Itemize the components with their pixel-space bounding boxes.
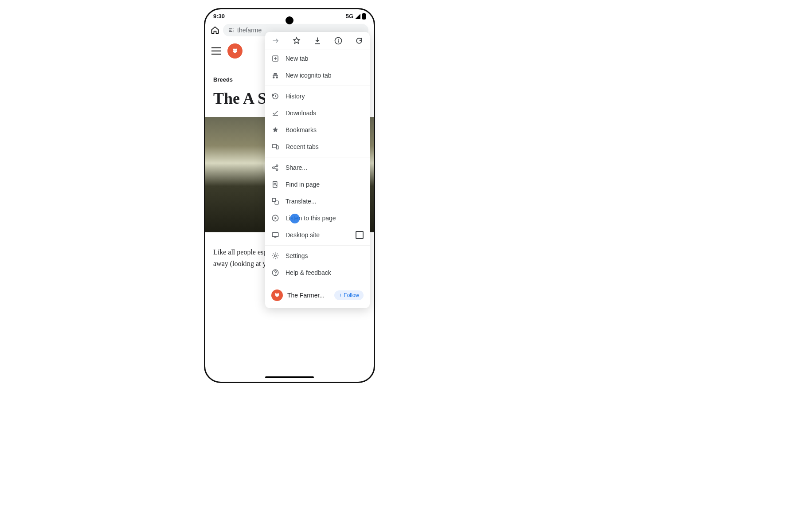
status-time: 9:30 — [213, 13, 225, 20]
menu-recent-tabs[interactable]: Recent tabs — [265, 138, 370, 155]
play-circle-icon — [271, 214, 279, 222]
gesture-bar[interactable] — [265, 376, 314, 378]
menu-share[interactable]: Share... — [265, 159, 370, 176]
menu-listen-to-page[interactable]: Listen to this page — [265, 210, 370, 227]
translate-icon — [271, 197, 279, 205]
download-icon[interactable] — [313, 36, 322, 45]
menu-downloads[interactable]: Downloads — [265, 105, 370, 121]
menu-label: Settings — [286, 252, 308, 259]
menu-desktop-site[interactable]: Desktop site — [265, 227, 370, 243]
svg-point-17 — [275, 274, 276, 275]
status-network: 5G — [346, 13, 353, 20]
svg-rect-2 — [338, 40, 339, 43]
home-icon[interactable] — [211, 26, 219, 35]
front-camera — [286, 16, 293, 24]
site-logo[interactable] — [227, 43, 243, 59]
menu-translate[interactable]: Translate... — [265, 193, 370, 210]
plus-icon: + — [339, 292, 342, 298]
menu-separator — [265, 157, 370, 157]
star-filled-icon — [271, 126, 279, 134]
site-logo-small — [271, 289, 283, 301]
menu-label: Translate... — [286, 198, 317, 205]
menu-bookmarks[interactable]: Bookmarks — [265, 121, 370, 138]
tap-indicator — [290, 214, 300, 223]
follow-label: Follow — [344, 292, 359, 298]
menu-label: Downloads — [286, 110, 316, 117]
menu-separator — [265, 283, 370, 283]
downloads-done-icon — [271, 109, 279, 117]
tune-icon — [228, 27, 235, 33]
signal-icon — [355, 14, 360, 19]
share-icon — [271, 164, 279, 172]
desktop-site-checkbox[interactable] — [356, 231, 364, 239]
devices-icon — [271, 143, 279, 151]
menu-settings[interactable]: Settings — [265, 247, 370, 264]
help-icon — [271, 269, 279, 277]
star-icon[interactable] — [292, 36, 301, 45]
battery-icon — [362, 13, 366, 20]
svg-rect-9 — [273, 181, 277, 188]
overflow-menu: New tab New icognito tab History Downloa… — [265, 32, 370, 308]
menu-find-in-page[interactable]: Find in page — [265, 176, 370, 193]
info-icon[interactable] — [334, 36, 343, 45]
desktop-icon — [271, 231, 279, 239]
incognito-icon — [271, 71, 279, 79]
menu-label: History — [286, 93, 305, 100]
svg-point-1 — [338, 39, 339, 40]
url-text: thefarme — [237, 27, 262, 34]
menu-label: Desktop site — [286, 231, 320, 239]
menu-help-feedback[interactable]: Help & feedback — [265, 264, 370, 281]
menu-site-row[interactable]: The Farmer... + Follow — [265, 285, 370, 305]
find-in-page-icon — [271, 180, 279, 188]
history-icon — [271, 92, 279, 100]
menu-label: Find in page — [286, 181, 320, 188]
menu-label: New tab — [286, 55, 308, 62]
menu-new-tab[interactable]: New tab — [265, 50, 370, 67]
forward-icon[interactable] — [271, 36, 280, 45]
svg-rect-5 — [276, 146, 278, 149]
menu-history[interactable]: History — [265, 88, 370, 105]
menu-label: Recent tabs — [286, 143, 319, 150]
menu-separator — [265, 86, 370, 86]
menu-label: Help & feedback — [286, 269, 331, 276]
menu-label: Share... — [286, 164, 307, 171]
plus-box-icon — [271, 55, 279, 63]
site-name: The Farmer... — [287, 292, 330, 299]
menu-incognito-tab[interactable]: New icognito tab — [265, 67, 370, 84]
menu-label: Bookmarks — [286, 126, 317, 133]
refresh-icon[interactable] — [355, 36, 364, 45]
svg-rect-14 — [272, 233, 278, 237]
menu-separator — [265, 245, 370, 246]
hamburger-icon[interactable] — [211, 47, 221, 55]
menu-label: New icognito tab — [286, 72, 332, 79]
svg-point-15 — [274, 255, 277, 257]
follow-button[interactable]: + Follow — [334, 290, 364, 300]
gear-icon — [271, 252, 279, 260]
